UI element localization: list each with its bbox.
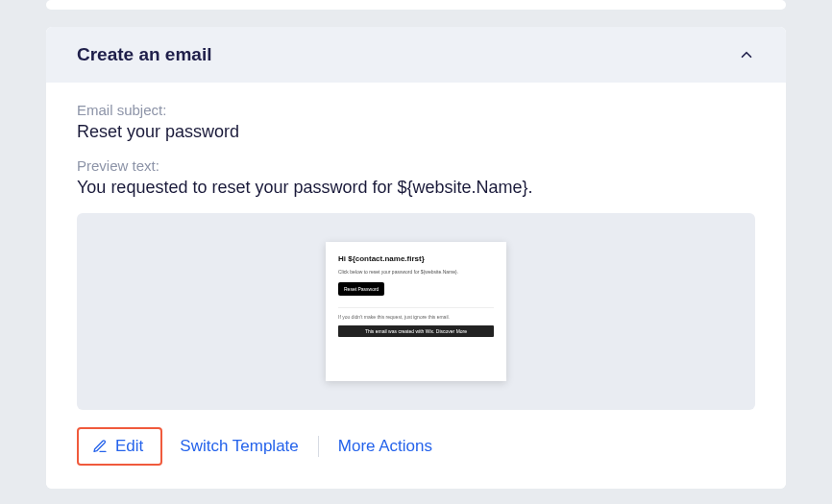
edit-button-label: Edit [115,437,143,456]
actions-row: Edit Switch Template More Actions [77,427,755,466]
more-actions-button[interactable]: More Actions [321,427,450,466]
mockup-greeting: Hi ${contact.name.first} [338,254,494,263]
edit-button[interactable]: Edit [77,427,162,466]
email-mockup: Hi ${contact.name.first} Click below to … [326,242,506,381]
action-divider [318,436,319,457]
email-preview-area: Hi ${contact.name.first} Click below to … [77,213,755,410]
accordion-body: Email subject: Reset your password Previ… [46,83,786,489]
mockup-footer: This email was created with Wix. Discove… [338,325,494,337]
preview-text-value: You requested to reset your password for… [77,178,755,198]
email-subject-label: Email subject: [77,102,755,118]
mockup-reset-button: Reset Password [338,282,384,296]
previous-section-edge [46,0,786,10]
accordion-header[interactable]: Create an email [46,27,786,83]
preview-text-label: Preview text: [77,157,755,174]
mockup-subtext: If you didn't make this request, just ig… [338,314,494,320]
email-subject-value: Reset your password [77,122,755,142]
pencil-icon [92,439,108,454]
mockup-line: Click below to reset your password for $… [338,269,494,275]
create-email-panel: Create an email Email subject: Reset you… [46,27,786,489]
mockup-divider [338,307,494,308]
switch-template-button[interactable]: Switch Template [162,427,315,466]
chevron-up-icon [738,46,755,63]
accordion-title: Create an email [77,44,211,65]
